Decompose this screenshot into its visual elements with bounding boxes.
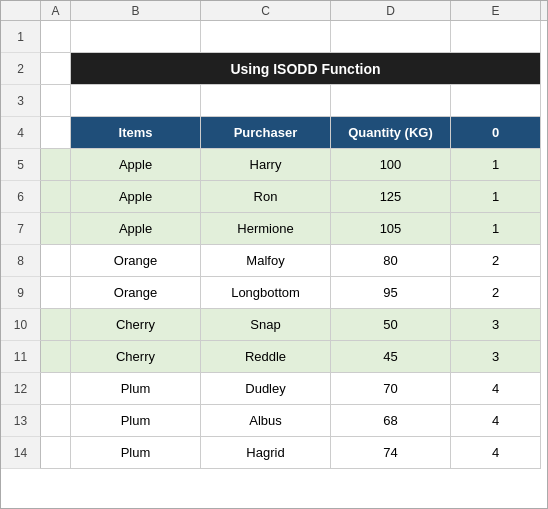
cell-8c-purchaser[interactable]: Malfoy bbox=[201, 245, 331, 277]
cell-10b-item[interactable]: Cherry bbox=[71, 309, 201, 341]
row-9: 9 Orange Longbottom 95 2 bbox=[1, 277, 547, 309]
cell-8b-item[interactable]: Orange bbox=[71, 245, 201, 277]
cell-6e-result[interactable]: 1 bbox=[451, 181, 541, 213]
cell-9b-item[interactable]: Orange bbox=[71, 277, 201, 309]
header-purchaser[interactable]: Purchaser bbox=[201, 117, 331, 149]
cell-8e-result[interactable]: 2 bbox=[451, 245, 541, 277]
row-num-2: 2 bbox=[1, 53, 41, 85]
cell-6d-quantity[interactable]: 125 bbox=[331, 181, 451, 213]
col-header-a: A bbox=[41, 1, 71, 20]
row-5: 5 Apple Harry 100 1 bbox=[1, 149, 547, 181]
row-num-12: 12 bbox=[1, 373, 41, 405]
cell-5a[interactable] bbox=[41, 149, 71, 181]
cell-9a[interactable] bbox=[41, 277, 71, 309]
row-1: 1 bbox=[1, 21, 547, 53]
col-header-d: D bbox=[331, 1, 451, 20]
cell-3c[interactable] bbox=[201, 85, 331, 117]
cell-1d[interactable] bbox=[331, 21, 451, 53]
cell-9c-purchaser[interactable]: Longbottom bbox=[201, 277, 331, 309]
cell-10e-result[interactable]: 3 bbox=[451, 309, 541, 341]
row-num-13: 13 bbox=[1, 405, 41, 437]
cell-7c-purchaser[interactable]: Hermione bbox=[201, 213, 331, 245]
cell-3a[interactable] bbox=[41, 85, 71, 117]
cell-5c-purchaser[interactable]: Harry bbox=[201, 149, 331, 181]
cell-4a[interactable] bbox=[41, 117, 71, 149]
row-8: 8 Orange Malfoy 80 2 bbox=[1, 245, 547, 277]
cell-11b-item[interactable]: Cherry bbox=[71, 341, 201, 373]
header-items[interactable]: Items bbox=[71, 117, 201, 149]
row-num-4: 4 bbox=[1, 117, 41, 149]
row-num-8: 8 bbox=[1, 245, 41, 277]
cell-13a[interactable] bbox=[41, 405, 71, 437]
cell-8d-quantity[interactable]: 80 bbox=[331, 245, 451, 277]
row-12: 12 Plum Dudley 70 4 bbox=[1, 373, 547, 405]
cell-12e-result[interactable]: 4 bbox=[451, 373, 541, 405]
cell-5b-item[interactable]: Apple bbox=[71, 149, 201, 181]
row-11: 11 Cherry Reddle 45 3 bbox=[1, 341, 547, 373]
cell-10a[interactable] bbox=[41, 309, 71, 341]
row-3: 3 bbox=[1, 85, 547, 117]
row-num-7: 7 bbox=[1, 213, 41, 245]
row-num-6: 6 bbox=[1, 181, 41, 213]
cell-12a[interactable] bbox=[41, 373, 71, 405]
cell-2a[interactable] bbox=[41, 53, 71, 85]
cell-14e-result[interactable]: 4 bbox=[451, 437, 541, 469]
cell-11a[interactable] bbox=[41, 341, 71, 373]
col-header-e: E bbox=[451, 1, 541, 20]
cell-7b-item[interactable]: Apple bbox=[71, 213, 201, 245]
data-rows: 5 Apple Harry 100 1 6 Apple Ron 125 1 7 … bbox=[1, 149, 547, 469]
cell-13e-result[interactable]: 4 bbox=[451, 405, 541, 437]
cell-10c-purchaser[interactable]: Snap bbox=[201, 309, 331, 341]
cell-11e-result[interactable]: 3 bbox=[451, 341, 541, 373]
cell-7a[interactable] bbox=[41, 213, 71, 245]
cell-6b-item[interactable]: Apple bbox=[71, 181, 201, 213]
row-2: 2 Using ISODD Function bbox=[1, 53, 547, 85]
cell-3e[interactable] bbox=[451, 85, 541, 117]
cell-12d-quantity[interactable]: 70 bbox=[331, 373, 451, 405]
cell-8a[interactable] bbox=[41, 245, 71, 277]
row-num-1: 1 bbox=[1, 21, 41, 53]
row-7: 7 Apple Hermione 105 1 bbox=[1, 213, 547, 245]
row-14: 14 Plum Hagrid 74 4 bbox=[1, 437, 547, 469]
cell-11d-quantity[interactable]: 45 bbox=[331, 341, 451, 373]
cell-12c-purchaser[interactable]: Dudley bbox=[201, 373, 331, 405]
cell-14a[interactable] bbox=[41, 437, 71, 469]
cell-13d-quantity[interactable]: 68 bbox=[331, 405, 451, 437]
cell-1b[interactable] bbox=[71, 21, 201, 53]
cell-6a[interactable] bbox=[41, 181, 71, 213]
cell-6c-purchaser[interactable]: Ron bbox=[201, 181, 331, 213]
cell-9d-quantity[interactable]: 95 bbox=[331, 277, 451, 309]
cell-3b[interactable] bbox=[71, 85, 201, 117]
column-headers: A B C D E bbox=[1, 1, 547, 21]
title-cell[interactable]: Using ISODD Function bbox=[71, 53, 541, 85]
cell-14d-quantity[interactable]: 74 bbox=[331, 437, 451, 469]
cell-1c[interactable] bbox=[201, 21, 331, 53]
cell-5d-quantity[interactable]: 100 bbox=[331, 149, 451, 181]
row-num-14: 14 bbox=[1, 437, 41, 469]
header-result[interactable]: 0 bbox=[451, 117, 541, 149]
cell-14b-item[interactable]: Plum bbox=[71, 437, 201, 469]
cell-14c-purchaser[interactable]: Hagrid bbox=[201, 437, 331, 469]
corner-cell bbox=[1, 1, 41, 20]
spreadsheet: A B C D E 1 2 Using ISODD Function 3 bbox=[0, 0, 548, 509]
cell-13b-item[interactable]: Plum bbox=[71, 405, 201, 437]
row-4-header: 4 Items Purchaser Quantity (KG) 0 bbox=[1, 117, 547, 149]
col-header-c: C bbox=[201, 1, 331, 20]
cell-9e-result[interactable]: 2 bbox=[451, 277, 541, 309]
cell-7d-quantity[interactable]: 105 bbox=[331, 213, 451, 245]
cell-1e[interactable] bbox=[451, 21, 541, 53]
row-6: 6 Apple Ron 125 1 bbox=[1, 181, 547, 213]
cell-1a[interactable] bbox=[41, 21, 71, 53]
cell-3d[interactable] bbox=[331, 85, 451, 117]
cell-7e-result[interactable]: 1 bbox=[451, 213, 541, 245]
cell-5e-result[interactable]: 1 bbox=[451, 149, 541, 181]
row-num-5: 5 bbox=[1, 149, 41, 181]
row-num-10: 10 bbox=[1, 309, 41, 341]
cell-10d-quantity[interactable]: 50 bbox=[331, 309, 451, 341]
cell-12b-item[interactable]: Plum bbox=[71, 373, 201, 405]
row-10: 10 Cherry Snap 50 3 bbox=[1, 309, 547, 341]
cell-13c-purchaser[interactable]: Albus bbox=[201, 405, 331, 437]
header-quantity[interactable]: Quantity (KG) bbox=[331, 117, 451, 149]
row-num-3: 3 bbox=[1, 85, 41, 117]
cell-11c-purchaser[interactable]: Reddle bbox=[201, 341, 331, 373]
